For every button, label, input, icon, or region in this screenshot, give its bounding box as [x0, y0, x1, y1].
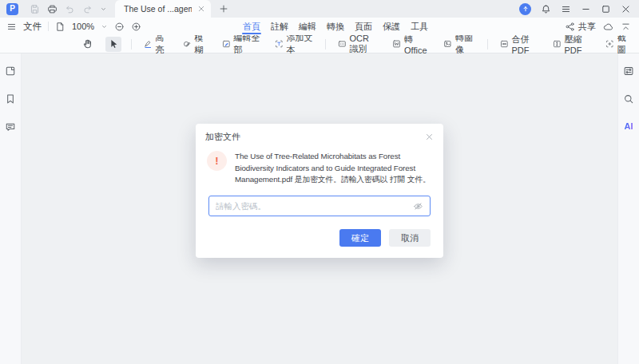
tab-page[interactable]: 頁面 [353, 18, 374, 35]
share-button[interactable]: 共享 [565, 21, 596, 33]
cursor-icon [108, 38, 119, 49]
add-text-icon [275, 38, 284, 49]
comments-panel-icon[interactable] [5, 121, 16, 133]
print-button[interactable] [47, 4, 58, 14]
password-dialog: 加密文件 ! The Use of Tree-Related Microhabi… [196, 124, 443, 258]
ok-button[interactable]: 確定 [339, 229, 381, 247]
cancel-button[interactable]: 取消 [389, 229, 431, 247]
tool-label: 模糊 [194, 32, 208, 56]
warning-icon: ! [207, 151, 227, 171]
highlight-icon [144, 38, 153, 49]
file-menu-icon [6, 22, 17, 32]
office-icon [392, 38, 401, 49]
hand-icon [82, 38, 93, 49]
image-icon [443, 38, 452, 49]
upgrade-icon[interactable] [519, 3, 531, 15]
divider [325, 39, 326, 49]
app-menu-icon[interactable] [561, 4, 571, 14]
tool-label: 截圖 [617, 32, 630, 56]
document-tab[interactable]: The Use of ...agement.pdf [115, 0, 211, 18]
compress-icon [553, 38, 562, 49]
toggle-password-visibility-icon[interactable] [413, 201, 423, 212]
blur-tool-button[interactable]: 模糊 [181, 37, 210, 52]
new-tab-button[interactable] [219, 4, 228, 14]
edit-all-button[interactable]: 編輯全部 [220, 37, 263, 52]
highlight-tool-button[interactable]: 高亮 [141, 37, 171, 52]
properties-panel-icon[interactable] [623, 65, 634, 77]
titlebar: P The Use of ...agement.pdf [0, 0, 639, 18]
tool-label: 轉Office [404, 34, 429, 55]
screenshot-icon [605, 38, 614, 49]
tab-protect[interactable]: 保護 [381, 18, 402, 35]
bookmarks-panel-icon[interactable] [5, 93, 16, 105]
dialog-body: ! The Use of Tree-Related Microhabitats … [196, 144, 443, 186]
hand-tool-button[interactable] [80, 37, 96, 52]
tool-label: 編輯全部 [233, 32, 260, 56]
tool-label: 高亮 [155, 32, 169, 56]
zoom-in-button[interactable] [131, 22, 141, 32]
redo-button[interactable] [82, 4, 93, 14]
dialog-close-icon[interactable] [425, 133, 434, 141]
thumbnails-panel-icon[interactable] [5, 65, 16, 77]
maximize-button[interactable] [601, 4, 611, 14]
merge-pdf-button[interactable]: 合併PDF [498, 37, 541, 52]
screenshot-button[interactable]: 截圖 [603, 37, 633, 52]
divider [487, 39, 488, 49]
convert-to-image-button[interactable]: 轉圖像 [441, 37, 478, 52]
ocr-icon [338, 38, 347, 49]
zoom-dropdown-icon[interactable] [101, 23, 108, 30]
dialog-message: The Use of Tree-Related Microhabitats as… [235, 151, 431, 186]
tool-label: 合併PDF [511, 34, 538, 55]
minimize-button[interactable] [581, 4, 591, 14]
dialog-footer: 確定 取消 [196, 216, 443, 258]
ai-assistant-button[interactable]: AI [625, 121, 633, 131]
quickbar-dropdown-button[interactable] [100, 6, 107, 13]
document-tab-title: The Use of ...agement.pdf [124, 4, 192, 14]
tool-label: 添加文本 [287, 32, 313, 56]
file-menu[interactable]: 文件 [23, 21, 42, 33]
app-logo-icon: P [6, 3, 18, 15]
divider [48, 22, 49, 31]
menubar: 文件 100% 首頁 註解 編輯 轉換 頁面 保護 工具 共享 [0, 18, 639, 35]
toolbar: 高亮 模糊 編輯全部 添加文本 OCR識別 轉Office 轉圖像 [0, 35, 639, 53]
dialog-header: 加密文件 [196, 124, 443, 144]
zoom-out-button[interactable] [114, 22, 125, 32]
share-label: 共享 [578, 21, 596, 33]
add-text-button[interactable]: 添加文本 [272, 37, 316, 52]
edit-all-icon [222, 38, 231, 49]
close-window-button[interactable] [621, 4, 631, 14]
tool-label: 轉圖像 [455, 32, 475, 56]
tab-close-icon[interactable] [197, 5, 205, 13]
dialog-message-text: 是加密文件。請輸入密碼以 打開 文件。 [295, 175, 431, 184]
tool-label: 壓縮PDF [565, 34, 591, 55]
zoom-level-value[interactable]: 100% [72, 22, 94, 31]
notifications-bell-icon[interactable] [541, 4, 551, 14]
tool-label: OCR識別 [350, 34, 378, 55]
fit-page-icon[interactable] [55, 22, 65, 32]
undo-button[interactable] [65, 4, 75, 14]
right-sidebar: AI [617, 53, 639, 364]
app-window: P The Use of ...agement.pdf 文件 [0, 0, 639, 364]
tab-convert[interactable]: 轉換 [325, 18, 346, 35]
divider [131, 39, 132, 49]
password-field-wrap [208, 196, 431, 216]
compress-pdf-button[interactable]: 壓縮PDF [550, 37, 593, 52]
tab-home[interactable]: 首頁 [241, 18, 262, 35]
ribbon-tabs: 首頁 註解 編輯 轉換 頁面 保護 工具 [241, 18, 430, 35]
select-tool-button[interactable] [105, 37, 121, 52]
share-icon [565, 22, 575, 32]
left-sidebar [0, 53, 22, 364]
blur-icon [183, 38, 192, 49]
save-button[interactable] [30, 4, 40, 14]
tab-edit[interactable]: 編輯 [297, 18, 318, 35]
convert-to-office-button[interactable]: 轉Office [390, 37, 432, 52]
merge-icon [500, 38, 509, 49]
tab-comment[interactable]: 註解 [269, 18, 290, 35]
tab-tools[interactable]: 工具 [409, 18, 430, 35]
password-input[interactable] [216, 201, 413, 211]
cloud-icon[interactable] [603, 22, 613, 32]
collapse-toolbar-icon[interactable] [621, 22, 631, 32]
ocr-button[interactable]: OCR識別 [335, 37, 380, 52]
dialog-title: 加密文件 [205, 131, 240, 143]
search-icon[interactable] [623, 93, 634, 105]
